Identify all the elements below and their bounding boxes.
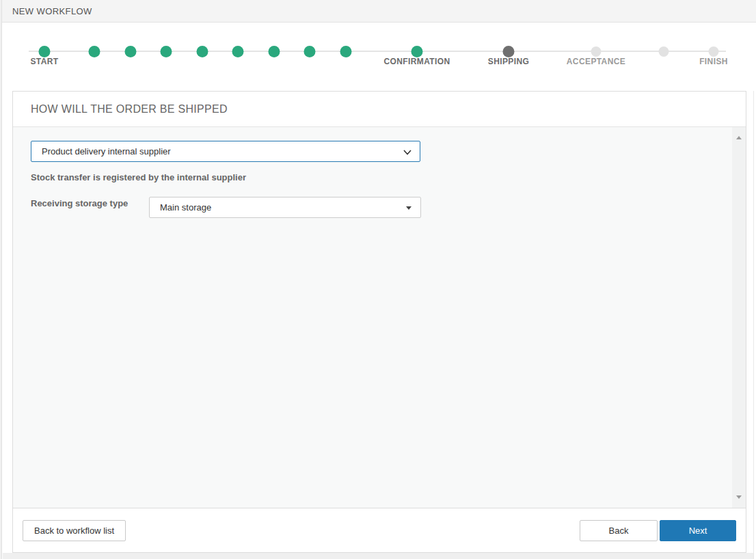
step-label: START bbox=[30, 57, 58, 66]
step-dot-done bbox=[340, 46, 352, 57]
receiving-storage-label: Receiving storage type bbox=[31, 197, 140, 210]
window-titlebar: NEW WORKFLOW bbox=[0, 0, 756, 23]
receiving-storage-value: Main storage bbox=[150, 197, 420, 217]
step-label: CONFIRMATION bbox=[383, 57, 450, 66]
step-dot-done bbox=[269, 46, 280, 57]
shipping-info-text: Stock transfer is registered by the inte… bbox=[31, 172, 246, 182]
shipping-method-select[interactable]: Product delivery internal supplier bbox=[31, 141, 420, 162]
panel-title: HOW WILL THE ORDER BE SHIPPED bbox=[13, 92, 746, 127]
page-right-edge bbox=[753, 91, 754, 559]
step-dot-pending bbox=[659, 46, 669, 57]
step-dot-pending bbox=[591, 46, 602, 57]
panel-body: Product delivery internal supplier Stock… bbox=[13, 127, 746, 508]
scrollbar-up-icon[interactable] bbox=[736, 136, 742, 139]
chevron-down-icon bbox=[403, 150, 411, 155]
next-button[interactable]: Next bbox=[660, 520, 736, 541]
scrollbar[interactable] bbox=[732, 127, 746, 508]
step-dot-done bbox=[304, 46, 316, 57]
workflow-stepper: STARTCONFIRMATIONSHIPPINGACCEPTANCEFINIS… bbox=[0, 23, 756, 91]
step-dot-done bbox=[39, 46, 51, 57]
back-to-workflow-list-button[interactable]: Back to workflow list bbox=[23, 520, 126, 541]
shipping-method-value: Product delivery internal supplier bbox=[31, 141, 420, 161]
scrollbar-down-icon[interactable] bbox=[736, 495, 742, 499]
step-dot-done bbox=[197, 46, 208, 57]
page-left-gutter bbox=[0, 0, 2, 559]
page-bottom-strip bbox=[3, 553, 753, 559]
step-dot-current bbox=[503, 46, 515, 57]
step-dot-done bbox=[125, 46, 137, 57]
step-label: FINISH bbox=[699, 57, 728, 66]
receiving-storage-dropdown[interactable]: Main storage bbox=[149, 197, 421, 218]
page-title: NEW WORKFLOW bbox=[12, 6, 92, 16]
step-dot-done bbox=[411, 46, 423, 57]
footer-right-buttons: Back Next bbox=[580, 520, 736, 541]
step-dot-done bbox=[89, 46, 100, 57]
step-label: SHIPPING bbox=[488, 57, 530, 66]
step-dot-done bbox=[232, 46, 244, 57]
panel-footer: Back to workflow list Back Next bbox=[13, 508, 746, 552]
shipping-panel: HOW WILL THE ORDER BE SHIPPED Product de… bbox=[12, 91, 746, 553]
step-label: ACCEPTANCE bbox=[567, 57, 625, 66]
back-button[interactable]: Back bbox=[580, 520, 658, 541]
caret-down-icon bbox=[406, 206, 411, 210]
step-dot-pending bbox=[709, 46, 719, 57]
step-dot-done bbox=[161, 46, 172, 57]
